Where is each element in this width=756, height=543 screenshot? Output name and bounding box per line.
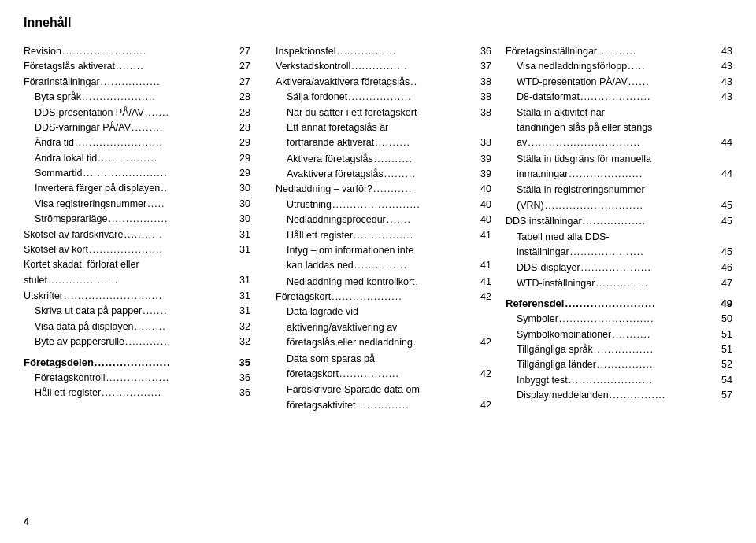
list-item: WTD-inställningar ............... 47 [506,276,732,291]
list-item: Symbolkombinationer ........... 51 [506,327,732,342]
list-item: Håll ett register ................. 41 [265,228,491,243]
list-item: Visa data på displayen ......... 32 [24,320,250,334]
list-item: Utskrifter ............................ … [24,289,250,304]
section-title: Företagsdelen ..................... 35 [24,355,250,371]
list-item: Byta språk ..................... 28 [24,90,250,105]
list-item: Företagslås aktiverat ........ 27 [24,59,250,74]
list-item: Invertera färger på displayen .. 30 [24,181,250,196]
list-item: Företagsinställningar ........... 43 [506,44,732,59]
list-item: Företagskort .................... 42 [265,290,491,305]
list-item: Kortet skadat, förlorat eller stulet ...… [24,257,250,288]
list-item: Visa registreringsnummer ..... 30 [24,197,250,212]
list-item: Ändra lokal tid ................. 29 [24,151,250,166]
toc-col-2: Inspektionsfel ................. 36 Verk… [265,44,506,508]
list-item: När du sätter i ett företagskort 38 [265,105,491,120]
list-item: D8-dataformat .................... 43 [506,90,732,105]
list-item: Byte av pappersrulle ............. 32 [24,334,250,349]
list-item: Skriva ut data på papper ....... 31 [24,304,250,319]
list-item: Strömspararläge ................. 30 [24,212,250,227]
list-item: Intyg – om informationen inte kan laddas… [265,243,491,274]
list-item: Ställa in registreringsnummer (VRN) ....… [506,183,732,213]
list-item: WTD-presentation PÅ/AV ...... 43 [506,75,732,90]
list-item: DDS-varningar PÅ/AV ......... 28 [24,120,250,135]
list-item: Ställa in aktivitet när tändningen slås … [506,105,732,151]
list-item: Ställa in tidsgräns för manuella inmatni… [506,152,732,183]
list-item: Aktivera/avaktivera företagslås .. 38 [265,75,491,90]
list-item: Ändra tid ......................... 29 [24,135,250,150]
toc-col-1: Revision ........................ 27 För… [24,44,265,508]
page-header: Innehåll [24,16,732,30]
list-item: Data som sparas på företagskort ........… [265,352,491,382]
list-item: Nedladdning med kontrollkort . 41 [265,275,491,290]
list-item: Nedladdningsprocedur ....... 40 [265,212,491,227]
section-title: Referensdel ......................... 49 [506,296,732,312]
list-item: Utrustning ......................... 40 [265,198,491,212]
list-item: Tillgängliga länder ................ 52 [506,357,732,372]
list-item: Nedladdning – varför? ........... 40 [265,182,491,197]
list-item: DDS inställningar .................. 45 [506,214,732,229]
toc-columns: Revision ........................ 27 För… [24,44,732,508]
list-item: DDS-displayer .................... 46 [506,260,732,275]
list-item: Skötsel av färdskrivare ........... 31 [24,227,250,242]
list-item: Inspektionsfel ................. 36 [265,44,491,59]
list-item: Revision ........................ 27 [24,44,250,59]
list-item: Symboler ........................... 50 [506,312,732,327]
list-item: Sälja fordonet .................. 38 [265,90,491,105]
list-item: Data lagrade vid aktivering/avaktivering… [265,305,491,350]
list-item: Visa nedladdningsförlopp ..... 43 [506,59,732,74]
list-item: Inbyggt test ........................ 54 [506,373,732,388]
page: Innehåll Revision ......................… [0,0,756,543]
list-item: Skötsel av kort ..................... 31 [24,242,250,257]
list-item: Håll ett register ................. 36 [24,386,250,401]
list-item: Verkstadskontroll ................ 37 [265,59,491,74]
page-number: 4 [24,508,732,527]
list-item: Aktivera företagslås ........... 39 [265,152,491,167]
list-item: Tillgängliga språk ................. 51 [506,342,732,357]
list-item: Sommartid ......................... 29 [24,166,250,181]
list-item: Ett annat företagslås är fortfarande akt… [265,120,491,151]
list-item: Färdskrivare Sparade data om företagsakt… [265,382,491,413]
list-item: Företagskontroll .................. 36 [24,371,250,386]
list-item: Tabell med alla DDS- inställningar .....… [506,230,732,260]
list-item: Avaktivera företagslås ......... 39 [265,167,491,182]
list-item: Displaymeddelanden ................ 57 [506,388,732,403]
toc-col-3: Företagsinställningar ........... 43 Vis… [506,44,732,508]
list-item: DDS-presentation PÅ/AV ....... 28 [24,105,250,120]
list-item: Förarinställningar ................. 27 [24,75,250,90]
